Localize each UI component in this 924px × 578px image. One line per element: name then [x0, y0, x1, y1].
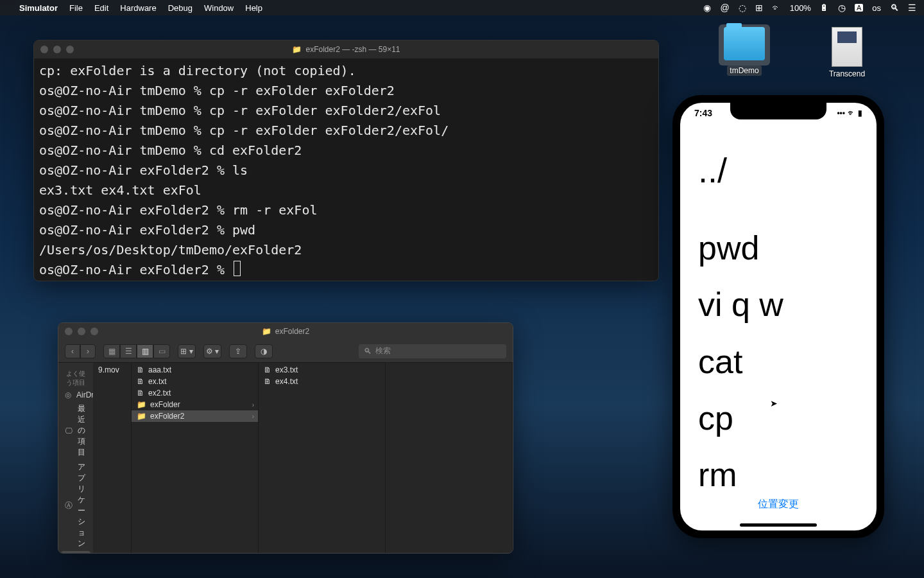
iphone-line[interactable]: pwd	[698, 220, 859, 276]
file-icon: 🗎	[264, 365, 271, 374]
folder-icon: 📁	[292, 45, 302, 54]
wifi-icon[interactable]: ᯤ	[772, 3, 781, 13]
list-item[interactable]: 🗎ex.txt	[132, 376, 258, 387]
folder-icon: 📁	[137, 412, 146, 421]
finder-sidebar: よく使う項目 ◎AirDrop 🖵最近の項目 Ⓐアプリケーション 🖵デスクトップ…	[58, 363, 93, 553]
terminal-line: os@OZ-no-Air exFolder2 % ls	[39, 161, 653, 180]
terminal-line: os@OZ-no-Air tmDemo % cp -r exFolder exF…	[39, 101, 653, 121]
finder-column-0[interactable]: 9.mov	[93, 363, 132, 553]
list-item[interactable]: 📁exFolder›	[132, 399, 258, 410]
gallery-view-button[interactable]: ▭	[153, 344, 170, 358]
arrange-button[interactable]: ⊞ ▾	[178, 344, 196, 358]
folder-icon: 📁	[137, 400, 146, 409]
back-button[interactable]: ‹	[65, 344, 80, 358]
clock-icon[interactable]: ◷	[838, 3, 846, 13]
list-view-button[interactable]: ☰	[120, 344, 137, 358]
finder-column-1[interactable]: 🗎aaa.txt 🗎ex.txt 🗎ex2.txt 📁exFolder› 📁ex…	[132, 363, 259, 553]
spotlight-icon[interactable]: 🔍︎	[890, 3, 899, 13]
menu-window[interactable]: Window	[204, 3, 234, 13]
iphone-line[interactable]: cat	[698, 333, 859, 390]
home-indicator[interactable]	[740, 523, 817, 527]
iphone-notch	[730, 103, 826, 119]
menu-file[interactable]: File	[69, 3, 83, 13]
battery-percent: 100%	[790, 3, 811, 13]
forward-button[interactable]: ›	[80, 344, 96, 358]
iphone-line[interactable]: rm	[698, 446, 859, 503]
user-label[interactable]: os	[872, 3, 881, 13]
input-a-icon[interactable]: A	[855, 4, 863, 12]
desktop-folder-tmdemo[interactable]: tmDemo	[719, 24, 770, 76]
action-button[interactable]: ⚙ ▾	[203, 344, 221, 358]
iphone-line[interactable]: ../	[698, 141, 859, 200]
cursor-icon	[234, 261, 241, 276]
terminal-line: os@OZ-no-Air tmDemo % cd exFolder2	[39, 141, 653, 161]
terminal-line: /Users/os/Desktop/tmDemo/exFolder2	[39, 240, 653, 260]
iphone-line[interactable]: cp	[698, 390, 859, 446]
sd-card-icon	[832, 27, 862, 67]
terminal-line: ex3.txt ex4.txt exFol	[39, 180, 653, 200]
sidebar-item-airdrop[interactable]: ◎AirDrop	[58, 389, 93, 401]
record-icon[interactable]: ◉	[703, 3, 711, 13]
signal-icon: •••	[837, 109, 845, 118]
iphone-simulator[interactable]: 7:43 ••• ᯤ ▮ ../ pwd vi q w cat cp rm ➤ …	[672, 95, 884, 538]
iphone-line[interactable]: vi q w	[698, 276, 859, 333]
finder-window[interactable]: 📁 exFolder2 ‹ › ▦ ☰ ▥ ▭ ⊞ ▾ ⚙ ▾ ⇪ ◑ 🔍︎ 検…	[58, 322, 513, 554]
list-item[interactable]: 🗎ex2.txt	[132, 387, 258, 399]
terminal-titlebar[interactable]: 📁 exFolder2 — -zsh — 59×11	[34, 40, 658, 58]
menu-edit[interactable]: Edit	[94, 3, 108, 13]
terminal-prompt: os@OZ-no-Air exFolder2 %	[39, 260, 653, 280]
terminal-body[interactable]: cp: exFolder is a directory (not copied)…	[34, 58, 658, 281]
battery-icon: ▮	[858, 109, 862, 118]
sidebar-item-desktop[interactable]: 🖵デスクトップ	[61, 551, 90, 553]
file-icon: 🗎	[264, 377, 271, 386]
desktop-drive-transcend[interactable]: Transcend	[821, 27, 873, 78]
menu-hardware[interactable]: Hardware	[120, 3, 156, 13]
terminal-title: exFolder2 — -zsh — 59×11	[305, 45, 400, 54]
finder-titlebar[interactable]: 📁 exFolder2	[58, 323, 513, 340]
battery-icon[interactable]: 🔋︎	[820, 3, 829, 13]
finder-column-3[interactable]	[386, 363, 513, 553]
icon-view-button[interactable]: ▦	[103, 344, 120, 358]
list-item[interactable]: 9.mov	[93, 364, 131, 376]
file-icon: 🗎	[137, 389, 144, 398]
at-icon[interactable]: @	[720, 3, 729, 13]
terminal-line: os@OZ-no-Air exFolder2 % pwd	[39, 220, 653, 240]
share-button[interactable]: ⇪	[229, 344, 247, 358]
grid-icon[interactable]: ⊞	[755, 3, 763, 13]
terminal-line: os@OZ-no-Air tmDemo % cp -r exFolder exF…	[39, 121, 653, 141]
wifi-icon: ᯤ	[848, 109, 855, 118]
file-icon: 🗎	[137, 365, 144, 374]
file-icon: 🗎	[137, 377, 144, 386]
terminal-line: os@OZ-no-Air tmDemo % cp -r exFolder exF…	[39, 81, 653, 101]
finder-title: exFolder2	[275, 327, 309, 336]
iphone-bottom-link[interactable]: 位置変更	[680, 498, 877, 511]
sidebar-item-recents[interactable]: 🖵最近の項目	[58, 401, 93, 460]
terminal-window[interactable]: 📁 exFolder2 — -zsh — 59×11 cp: exFolder …	[33, 40, 659, 281]
list-icon[interactable]: ☰	[908, 3, 916, 13]
terminal-line: os@OZ-no-Air exFolder2 % rm -r exFol	[39, 200, 653, 220]
sidebar-item-applications[interactable]: Ⓐアプリケーション	[58, 460, 93, 551]
mouse-cursor-icon: ➤	[770, 398, 778, 408]
menu-help[interactable]: Help	[245, 3, 262, 13]
search-input[interactable]: 🔍︎ 検索	[359, 344, 506, 358]
app-name[interactable]: Simulator	[19, 3, 58, 13]
list-item[interactable]: 🗎ex4.txt	[259, 376, 385, 387]
tags-button[interactable]: ◑	[255, 344, 273, 358]
recents-icon: 🖵	[65, 426, 73, 435]
finder-columns: 9.mov 🗎aaa.txt 🗎ex.txt 🗎ex2.txt 📁exFolde…	[93, 363, 513, 553]
folder-icon	[724, 27, 765, 60]
sidebar-favorites-header: よく使う項目	[58, 367, 93, 389]
folder-icon: 📁	[262, 327, 271, 336]
menu-bar: Simulator File Edit Hardware Debug Windo…	[0, 0, 924, 15]
finder-toolbar: ‹ › ▦ ☰ ▥ ▭ ⊞ ▾ ⚙ ▾ ⇪ ◑ 🔍︎ 検索	[58, 340, 513, 363]
menu-debug[interactable]: Debug	[168, 3, 193, 13]
apps-icon: Ⓐ	[65, 500, 73, 511]
list-item[interactable]: 🗎ex3.txt	[259, 364, 385, 376]
iphone-content[interactable]: ../ pwd vi q w cat cp rm	[680, 103, 877, 504]
column-view-button[interactable]: ▥	[137, 344, 153, 358]
finder-column-2[interactable]: 🗎ex3.txt 🗎ex4.txt	[259, 363, 386, 553]
circle-icon[interactable]: ◌	[739, 3, 746, 13]
list-item[interactable]: 🗎aaa.txt	[132, 364, 258, 376]
list-item[interactable]: 📁exFolder2›	[132, 410, 258, 422]
iphone-screen[interactable]: 7:43 ••• ᯤ ▮ ../ pwd vi q w cat cp rm ➤ …	[680, 103, 877, 530]
